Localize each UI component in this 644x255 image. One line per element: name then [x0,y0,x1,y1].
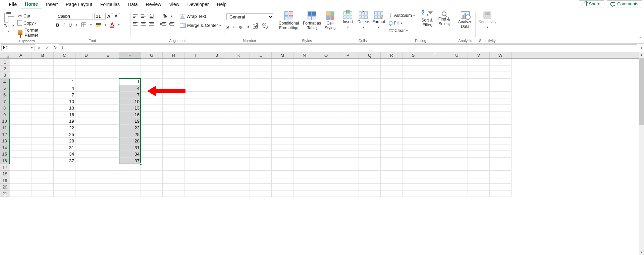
cell-S14[interactable] [402,144,424,151]
cell-Q6[interactable] [359,92,381,98]
cell-Q20[interactable] [359,184,381,190]
cell-E14[interactable] [97,144,119,151]
cell-B21[interactable] [32,190,54,197]
cell-H11[interactable] [163,125,184,131]
cell-U2[interactable] [446,66,468,72]
cell-W3[interactable] [490,72,512,79]
cell-K20[interactable] [228,184,250,190]
cell-F18[interactable] [119,171,141,177]
sensitivity-button[interactable]: Sensitivity ▾ [478,11,496,30]
cell-S12[interactable] [402,131,424,138]
cell-L10[interactable] [250,118,272,125]
cell-J9[interactable] [206,112,228,118]
cell-U15[interactable] [446,151,468,158]
cell-Q21[interactable] [359,190,381,197]
cell-Q19[interactable] [359,177,381,184]
cell-P13[interactable] [337,138,359,144]
cell-T7[interactable] [424,98,446,105]
tab-data[interactable]: Data [124,1,142,8]
cell-J3[interactable] [206,72,228,79]
cell-U12[interactable] [446,131,468,138]
cell-J17[interactable] [206,164,228,171]
cell-T12[interactable] [424,131,446,138]
cell-M9[interactable] [272,112,293,118]
row-header-14[interactable]: 14 [0,144,10,151]
row-headers[interactable]: 123456789101112131415161718192021 [0,59,10,197]
cell-B20[interactable] [32,184,54,190]
cell-W5[interactable] [490,85,512,92]
cell-styles-button[interactable]: Cell Styles ▾ [323,11,337,32]
cell-I3[interactable] [184,72,206,79]
cell-A6[interactable] [10,92,32,98]
cell-B4[interactable] [32,79,54,85]
cell-P19[interactable] [337,177,359,184]
cell-L2[interactable] [250,66,272,72]
tab-help[interactable]: Help [213,1,230,8]
cell-E5[interactable] [97,85,119,92]
orientation-icon[interactable]: ab [162,13,168,19]
cell-B11[interactable] [32,125,54,131]
cell-A15[interactable] [10,151,32,158]
cell-G18[interactable] [141,171,163,177]
conditional-formatting-button[interactable]: Conditional Formatting ▾ [277,11,301,32]
cell-S21[interactable] [402,190,424,197]
cell-T5[interactable] [424,85,446,92]
cell-P17[interactable] [337,164,359,171]
cell-C15[interactable]: 34 [54,151,75,158]
select-all-corner[interactable] [0,52,10,59]
cell-M20[interactable] [272,184,293,190]
cell-H17[interactable] [163,164,184,171]
row-header-10[interactable]: 10 [0,118,10,125]
col-header-R[interactable]: R [381,52,402,58]
cell-H15[interactable] [163,151,184,158]
cell-T17[interactable] [424,164,446,171]
col-header-E[interactable]: E [97,52,119,58]
cell-O17[interactable] [315,164,337,171]
cell-T19[interactable] [424,177,446,184]
cell-R2[interactable] [381,66,402,72]
cancel-formula-button[interactable]: ✕ [35,44,43,52]
cell-J6[interactable] [206,92,228,98]
cell-K8[interactable] [228,105,250,112]
cell-P8[interactable] [337,105,359,112]
cell-V8[interactable] [468,105,490,112]
cell-J4[interactable] [206,79,228,85]
cell-N19[interactable] [293,177,315,184]
cell-Q16[interactable] [359,158,381,164]
cell-C16[interactable]: 37 [54,158,75,164]
cell-F15[interactable]: 34 [119,151,141,158]
cut-button[interactable]: ✂ Cut [17,13,31,19]
cell-Q13[interactable] [359,138,381,144]
percent-button[interactable]: % [239,25,243,30]
cell-P16[interactable] [337,158,359,164]
cell-Q1[interactable] [359,59,381,66]
cell-U18[interactable] [446,171,468,177]
cell-F13[interactable]: 28 [119,138,141,144]
cell-W20[interactable] [490,184,512,190]
cell-S11[interactable] [402,125,424,131]
col-header-G[interactable]: G [141,52,163,58]
cell-F11[interactable]: 22 [119,125,141,131]
cell-T21[interactable] [424,190,446,197]
cell-U16[interactable] [446,158,468,164]
cell-D14[interactable] [75,144,97,151]
cell-A12[interactable] [10,131,32,138]
cell-U19[interactable] [446,177,468,184]
cell-O6[interactable] [315,92,337,98]
cell-T15[interactable] [424,151,446,158]
cell-P2[interactable] [337,66,359,72]
increase-font-icon[interactable]: A˄ [107,13,111,19]
cell-O2[interactable] [315,66,337,72]
cell-C2[interactable] [54,66,75,72]
col-header-V[interactable]: V [468,52,490,58]
cell-G11[interactable] [141,125,163,131]
cell-Q3[interactable] [359,72,381,79]
name-box-dropdown-icon[interactable]: ▼ [31,46,33,49]
cell-E21[interactable] [97,190,119,197]
cell-E20[interactable] [97,184,119,190]
cell-T11[interactable] [424,125,446,131]
tab-insert[interactable]: Insert [42,1,62,8]
cell-I15[interactable] [184,151,206,158]
cell-B3[interactable] [32,72,54,79]
cell-G17[interactable] [141,164,163,171]
